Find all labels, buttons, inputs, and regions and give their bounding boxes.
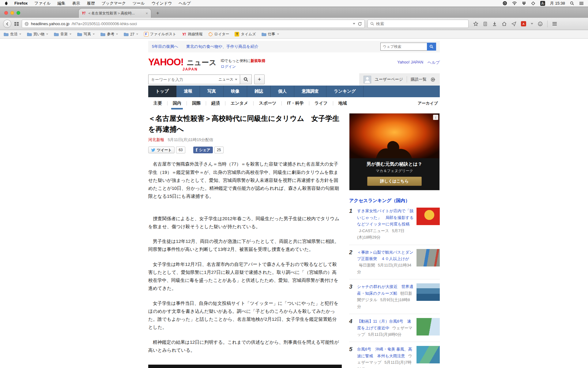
menu-edit[interactable]: 編集 [58, 1, 66, 6]
nav-tab-photo[interactable]: 写真 [200, 86, 224, 97]
diamond-icon[interactable] [531, 1, 535, 6]
menubar-clock[interactable]: 月 15:38 [550, 1, 565, 6]
menu-file[interactable]: ファイル [34, 1, 51, 6]
downloads-icon[interactable] [492, 21, 497, 26]
search-scope-dropdown[interactable]: ニュース [218, 77, 237, 82]
minimize-window-button[interactable] [10, 11, 14, 15]
bookmark-times[interactable]: T タイムズ [235, 32, 256, 37]
menu-window[interactable]: ウインドウ [152, 1, 172, 6]
bookmark-folder-life[interactable]: 生活 [4, 32, 21, 37]
category-it-science[interactable]: IT・科学 [282, 97, 309, 109]
nav-tab-top[interactable]: トップ [148, 86, 176, 97]
ranking-thumbnail[interactable] [417, 283, 440, 301]
share-count[interactable]: 25 [214, 147, 224, 153]
bookmark-folder-27[interactable]: 27 [124, 32, 138, 36]
ranking-thumbnail[interactable] [417, 208, 440, 225]
ranking-thumbnail[interactable] [417, 318, 440, 335]
category-world[interactable]: 国際 [187, 97, 206, 109]
back-button[interactable] [3, 20, 11, 28]
bookmark-folder-work[interactable]: 仕事 [262, 32, 279, 37]
web-search-button[interactable] [427, 43, 436, 51]
creative-cloud-icon[interactable] [503, 1, 507, 6]
category-sports[interactable]: スポーツ [254, 97, 281, 109]
category-economy[interactable]: 経済 [206, 97, 225, 109]
keyword-input[interactable] [151, 77, 218, 82]
spotlight-icon[interactable] [570, 1, 574, 6]
reload-icon[interactable] [358, 22, 362, 26]
pdf-extension-icon[interactable]: A [521, 21, 526, 26]
yahoo-news-logo[interactable]: YAHOO! JAPAN ニュース [148, 57, 217, 67]
send-tab-icon[interactable] [511, 21, 516, 26]
yahoo-japan-link[interactable]: Yahoo! JAPAN [397, 60, 423, 65]
nav-tab-flash[interactable]: 速報 [176, 86, 200, 97]
pdf-dropdown-icon[interactable] [531, 23, 533, 25]
nav-tab-video[interactable]: 映像 [224, 86, 247, 97]
tab-groups-icon[interactable] [14, 22, 19, 26]
avatar[interactable] [364, 76, 371, 83]
category-entertainment[interactable]: エンタメ [225, 97, 253, 109]
bookmark-transit[interactable]: Y! 路線情報 [182, 32, 203, 37]
apple-menu-icon[interactable] [4, 1, 8, 6]
user-page-link[interactable]: ユーザーページ [375, 77, 403, 82]
browser-search-box[interactable] [368, 20, 469, 28]
login-link[interactable]: ログイン [221, 64, 265, 70]
signup-link[interactable]: 新規取得 [251, 59, 265, 63]
url-bar[interactable]: headlines.yahoo.co.jp /hl?a=20150511-000… [22, 20, 365, 28]
menu-tools[interactable]: ツール [133, 1, 145, 6]
reading-list-icon[interactable] [483, 21, 488, 26]
nav-tab-personal[interactable]: 個人 [271, 86, 294, 97]
web-search-input[interactable] [380, 43, 427, 51]
article-source-link[interactable]: 河北新報 [148, 137, 164, 142]
ad-info-icon[interactable]: i [433, 115, 438, 120]
settings-gear-icon[interactable] [430, 77, 435, 82]
nav-tab-magazine[interactable]: 雑誌 [247, 86, 271, 97]
notification-center-icon[interactable] [579, 2, 584, 5]
tab-close-icon[interactable]: × [145, 11, 148, 16]
tweet-count[interactable]: 63 [176, 147, 185, 153]
promo-link-1[interactable]: 5年目の復興へ [152, 44, 178, 49]
ad-banner[interactable]: i 男が羨む元気の秘訣とは？ マカ＆フェヌグリーク 詳しくはこちら [349, 113, 440, 190]
bookmark-folder-shopping[interactable]: 買い物 [27, 32, 48, 37]
zoom-window-button[interactable] [17, 11, 20, 15]
bookmark-folder-photo[interactable]: 写真 [77, 32, 95, 37]
menu-history[interactable]: 履歴 [87, 1, 95, 6]
ad-cta-button[interactable]: 詳しくはこちら [367, 177, 422, 186]
wifi-icon[interactable] [512, 1, 517, 5]
chat-extension-icon[interactable] [538, 21, 543, 26]
bookmark-star-icon[interactable] [473, 21, 478, 26]
new-tab-button[interactable]: + [153, 9, 162, 17]
browser-tab[interactable]: Y! ＜名古屋女性殺害＞高校時... × [78, 8, 151, 18]
input-source-icon[interactable]: あ [540, 1, 545, 6]
bookmark-filepost[interactable]: F ファイルポスト [144, 32, 176, 37]
archive-link[interactable]: アーカイブ [418, 101, 440, 106]
browser-search-input[interactable] [376, 21, 466, 26]
help-link[interactable]: ヘルプ [428, 60, 440, 65]
ranking-link[interactable]: すき家女性バイトが店内で「脱いじゃった」 局部を撮影するなどツイッターに何度も投… [357, 209, 413, 226]
menu-view[interactable]: 表示 [72, 1, 80, 6]
news-search-button[interactable] [240, 75, 252, 84]
menu-app[interactable]: Firefox [14, 1, 28, 6]
category-life[interactable]: ライフ [309, 97, 333, 109]
category-main[interactable]: 主要 [148, 97, 167, 109]
tweet-button[interactable]: ツイート [148, 147, 175, 153]
url-dropdown-icon[interactable] [353, 23, 355, 25]
ranking-link[interactable]: 台風6号 沖縄・奄美 暴風、高波に警戒 本州も大雨注意 [357, 347, 412, 358]
category-local[interactable]: 地域 [333, 97, 352, 109]
category-domestic[interactable]: 国内 [168, 97, 187, 109]
ranking-thumbnail[interactable] [417, 346, 440, 363]
nav-tab-ranking[interactable]: ランキング [326, 86, 364, 97]
keyword-search-box[interactable]: ニュース [148, 75, 240, 84]
promo-link-2[interactable]: 東北の旬の食べ物や、手作り商品を紹介 [186, 44, 258, 49]
add-search-button[interactable]: + [254, 75, 265, 84]
close-window-button[interactable] [4, 11, 8, 15]
ranking-link[interactable]: ＜事故＞山梨で観光バスとダンプ正面衝突 ４０人以上けが [357, 250, 413, 261]
ranking-thumbnail[interactable] [417, 249, 440, 266]
dropbox-icon[interactable] [522, 1, 526, 6]
menu-bookmarks[interactable]: ブックマーク [102, 1, 126, 6]
menu-help[interactable]: ヘルプ [179, 1, 191, 6]
bookmark-folder-music[interactable]: 音楽 [54, 32, 72, 37]
facebook-share-button[interactable]: f シェア [193, 147, 213, 153]
menu-hamburger-icon[interactable] [552, 22, 557, 26]
subscription-link[interactable]: 購読一覧 [411, 77, 427, 82]
bookmark-reuters[interactable]: ロイター [208, 32, 229, 37]
